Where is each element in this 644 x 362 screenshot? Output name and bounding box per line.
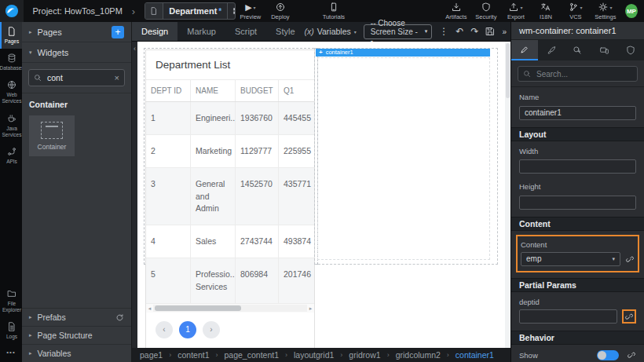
rail-item-databases[interactable]: Databases [0,49,22,75]
bind-link-icon[interactable] [627,350,636,360]
container-widget-tile[interactable]: Container [29,115,75,156]
variables-dropdown[interactable]: (x) Variables ▾ [305,27,357,36]
properties-search-input[interactable] [535,69,632,79]
scrollbar-thumb[interactable] [506,43,510,98]
scrollbar-thumb[interactable] [155,305,241,311]
plus-icon: + [319,49,323,56]
app-logo[interactable] [0,0,24,22]
table-row[interactable]: 2Marketing1129777225955 [146,135,314,168]
pages-section-header[interactable]: ▸ Pages + [22,22,131,42]
table-row[interactable]: 3General and Admin1452570435771 [146,168,314,225]
column-header[interactable]: BUDGET [235,80,278,101]
deptid-input[interactable] [519,309,617,324]
column-header[interactable]: DEPT ID [146,80,190,101]
show-label: Show [519,351,538,360]
branch-icon [569,2,578,12]
breadcrumb: page1›content1›page_content1›layoutgrid1… [132,348,510,362]
breadcrumb-item[interactable]: page_content1 [225,350,279,360]
column-header[interactable]: NAME [190,80,235,101]
undo-icon[interactable]: ↶ [456,27,463,36]
scrollbar-track[interactable] [153,305,307,312]
rail-item-logs[interactable]: Logs [0,317,22,344]
preview-button[interactable]: ▶▾ Preview [236,2,265,20]
breadcrumb-item[interactable]: content1 [177,350,209,360]
artifacts-button[interactable]: Artifacts [441,2,471,20]
deploy-button[interactable]: Deploy [265,2,295,20]
settings-button[interactable]: ▾ Settings [591,2,620,20]
breadcrumb-item[interactable]: gridcolumn2 [396,350,441,360]
height-label: Height [519,182,636,191]
export-button[interactable]: ▾ Export [501,2,531,20]
save-icon[interactable] [485,27,495,36]
width-input[interactable] [519,159,636,174]
clear-search-icon[interactable]: × [115,73,119,82]
show-toggle[interactable] [597,350,619,360]
search-icon [523,70,531,78]
breadcrumb-item[interactable]: gridrow1 [349,350,380,360]
department-table-widget[interactable]: Department List DEPT IDNAMEBUDGETQ1 1Eng… [145,49,315,348]
table-row[interactable]: 5Professio... Services806984201746 [146,258,314,303]
bind-link-icon[interactable] [624,312,634,321]
tab-styles[interactable] [538,40,565,60]
rail-item-java-services[interactable]: Java Services [0,109,22,142]
add-page-button[interactable]: + [112,26,124,38]
breadcrumb-item-active[interactable]: container1 [456,350,494,360]
shield-icon [481,2,491,12]
dept-table-body: 1Engineeri...19367604454552Marketing1129… [146,102,314,304]
collapse-panel-icon[interactable]: » [502,27,507,36]
collapsed-arrow-icon: ▸ [29,29,32,35]
tab-inspect[interactable] [565,40,591,60]
rail-item-file-explorer[interactable]: File Explorer [0,284,22,317]
i18n-button[interactable]: I18N [531,2,561,20]
breadcrumb-separator-icon: › [340,351,342,359]
rail-item-pages[interactable]: Pages [0,22,22,49]
content-select[interactable]: emp ▾ [521,252,620,266]
breadcrumb-item[interactable]: layoutgrid1 [294,350,334,360]
rail-more-button[interactable]: ••• [0,344,22,362]
tab-security[interactable] [617,40,644,60]
container1-selection-bar[interactable]: + container1 [316,49,490,57]
rail-item-web-services[interactable]: Web Services [0,75,22,108]
play-icon: ▶ [245,2,251,12]
table-row[interactable]: 4Sales2743744493874 [146,225,314,258]
table-row[interactable]: 1Engineeri...1936760445455 [146,102,314,135]
canvas-left-splitter[interactable]: ‹ [132,42,137,348]
tab-markup[interactable]: Markup [177,22,225,41]
page-structure-section-header[interactable]: ▸ Page Structure [22,326,131,344]
tutorials-button[interactable]: Tutorials [319,2,349,20]
properties-search[interactable] [518,66,638,82]
pagination-next-button[interactable]: › [203,321,220,338]
widgets-section-header[interactable]: ▾ Widgets [22,42,131,63]
breadcrumb-item[interactable]: page1 [140,350,163,360]
vcs-button[interactable]: ▾ VCS [561,2,591,20]
widget-search[interactable]: × [28,69,125,86]
rail-item-apis[interactable]: APIs [0,142,22,169]
redo-icon[interactable]: ↷ [470,27,478,36]
name-input[interactable] [519,106,636,120]
height-input[interactable] [519,196,636,210]
pagination-page-1[interactable]: 1 [179,321,196,338]
active-page-tab[interactable]: Department * [145,2,236,20]
security-button[interactable]: Security [471,2,501,20]
table-horizontal-scrollbar[interactable]: ◂ ▸ [146,304,314,313]
scroll-right-icon[interactable]: ▸ [307,305,314,311]
tab-style[interactable]: Style [266,22,304,41]
page-layout-grid-icon[interactable] [227,3,236,19]
widget-search-input[interactable] [46,72,111,83]
tab-devices[interactable] [591,40,617,60]
tab-design[interactable]: Design [132,22,177,41]
refresh-icon[interactable] [115,313,124,322]
user-avatar[interactable]: MP [625,4,638,18]
tab-properties[interactable] [511,40,538,60]
scroll-left-icon[interactable]: ◂ [146,305,153,311]
bind-link-icon[interactable] [625,254,635,264]
page-area[interactable]: Department List DEPT IDNAMEBUDGETQ1 1Eng… [137,42,510,348]
canvas-vertical-scrollbar[interactable] [505,42,510,348]
tab-script[interactable]: Script [225,22,266,41]
more-menu-icon[interactable]: ⋮ [439,27,448,36]
pagination-prev-button[interactable]: ‹ [156,321,173,338]
prefabs-section-header[interactable]: ▸ Prefabs [22,308,131,326]
column-header[interactable]: Q1 [278,80,314,101]
screen-size-select[interactable]: -- Choose Screen Size -- ▾ [364,24,433,39]
variables-section-header[interactable]: ▸ Variables [22,344,131,362]
